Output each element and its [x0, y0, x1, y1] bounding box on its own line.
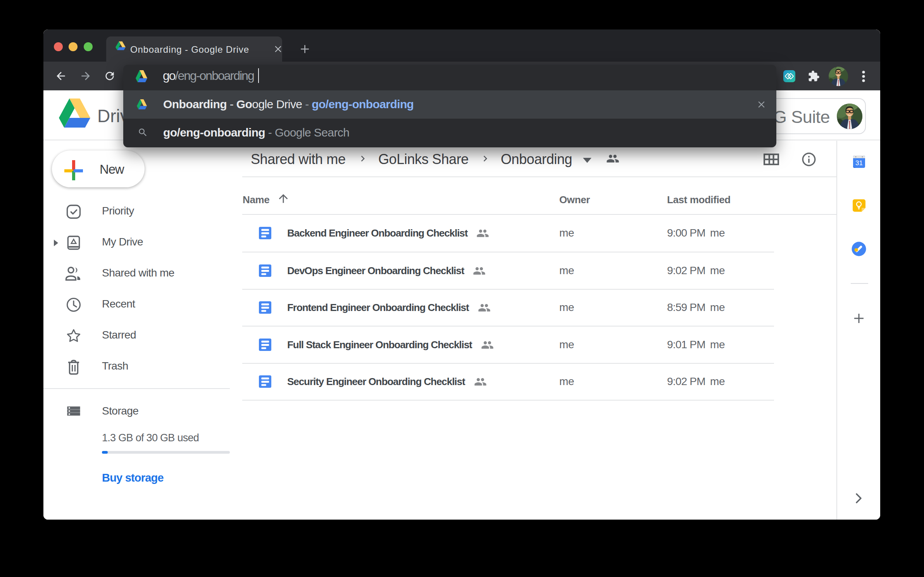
- svg-text:31: 31: [855, 159, 863, 167]
